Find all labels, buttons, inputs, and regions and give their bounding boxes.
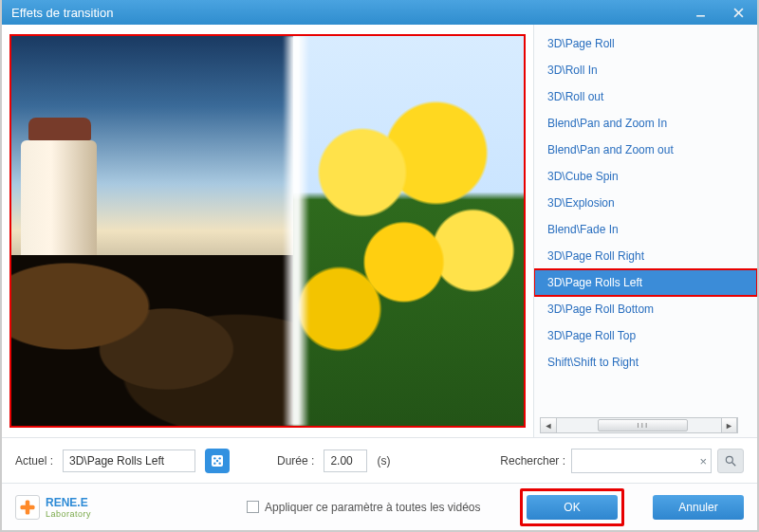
brand-line1b: E (81, 496, 88, 509)
effect-item[interactable]: 3D\Explosion (534, 190, 757, 216)
duration-label: Durée : (277, 454, 314, 468)
effect-item[interactable]: Blend\Fade In (534, 216, 757, 243)
search-field-wrap: × (571, 449, 712, 473)
search-label: Rechercher : (500, 454, 565, 468)
brand-icon (15, 495, 40, 520)
effect-item[interactable]: 3D\Page Rolls Left (534, 269, 757, 296)
brand-logo: RENE.E Laboratory (15, 495, 91, 520)
effect-item[interactable]: 3D\Page Roll Bottom (534, 296, 757, 322)
window-controls (681, 0, 757, 25)
horizontal-scrollbar[interactable]: ◄ III ► (540, 417, 738, 433)
preview-left-image (11, 36, 293, 426)
current-effect-field[interactable] (63, 449, 195, 472)
svg-line-10 (732, 462, 736, 466)
main-area: 3D\Page Roll3D\Roll In3D\Roll outBlend\P… (2, 25, 757, 437)
duration-unit: (s) (377, 454, 390, 468)
brand-line1a: RENE. (46, 496, 81, 509)
svg-point-6 (216, 459, 218, 461)
effect-item[interactable]: Shift\Shift to Right (534, 349, 757, 376)
effect-item[interactable]: 3D\Page Roll (534, 30, 757, 57)
minimize-button[interactable] (681, 0, 719, 25)
preview-right-image (293, 36, 524, 426)
duration-field[interactable] (324, 449, 367, 472)
titlebar: Effets de transition (2, 0, 757, 25)
preview-light-beam (283, 36, 309, 426)
effect-item[interactable]: 3D\Roll In (534, 57, 757, 83)
svg-point-5 (218, 457, 220, 459)
dice-icon (210, 453, 225, 468)
scroll-thumb[interactable]: III (598, 419, 688, 431)
preview-pane (2, 25, 533, 437)
plus-cross-icon (19, 499, 36, 516)
random-effect-button[interactable] (205, 449, 230, 473)
apply-all-label: Appliquer ce paramètre à toutes les vidé… (265, 501, 480, 514)
controls-row: Actuel : Durée : (s) Rechercher : × (2, 437, 757, 483)
apply-all-checkbox[interactable] (247, 501, 259, 513)
scroll-right-arrow[interactable]: ► (721, 418, 737, 432)
scroll-track[interactable]: III (557, 418, 721, 432)
svg-point-8 (218, 462, 220, 464)
footer: RENE.E Laboratory Appliquer ce paramètre… (2, 483, 757, 530)
cancel-button[interactable]: Annuler (653, 495, 744, 520)
ok-highlight: OK (520, 488, 624, 526)
scroll-left-arrow[interactable]: ◄ (541, 418, 557, 432)
apply-all-wrap[interactable]: Appliquer ce paramètre à toutes les vidé… (247, 501, 480, 514)
search-input[interactable] (578, 449, 690, 472)
effects-list-pane: 3D\Page Roll3D\Roll In3D\Roll outBlend\P… (533, 25, 757, 437)
effects-list[interactable]: 3D\Page Roll3D\Roll In3D\Roll outBlend\P… (534, 30, 757, 410)
close-button[interactable] (719, 0, 757, 25)
svg-point-9 (726, 456, 732, 463)
search-button[interactable] (717, 449, 744, 473)
window-title: Effets de transition (11, 6, 113, 20)
brand-text: RENE.E Laboratory (46, 496, 91, 519)
effect-item[interactable]: 3D\Cube Spin (534, 163, 757, 190)
current-label: Actuel : (15, 454, 53, 468)
effect-item[interactable]: Blend\Pan and Zoom out (534, 137, 757, 163)
effect-item[interactable]: Blend\Pan and Zoom In (534, 110, 757, 137)
effect-item[interactable]: 3D\Roll out (534, 83, 757, 110)
svg-point-4 (213, 457, 215, 459)
effect-item[interactable]: 3D\Page Roll Right (534, 243, 757, 269)
ok-button[interactable]: OK (527, 495, 618, 520)
svg-rect-12 (21, 504, 35, 509)
effect-item[interactable]: 3D\Page Roll Top (534, 322, 757, 349)
search-clear-icon[interactable]: × (699, 453, 707, 468)
search-icon (724, 454, 737, 468)
brand-line2: Laboratory (46, 509, 91, 519)
transition-preview (9, 34, 526, 428)
svg-point-7 (213, 462, 215, 464)
